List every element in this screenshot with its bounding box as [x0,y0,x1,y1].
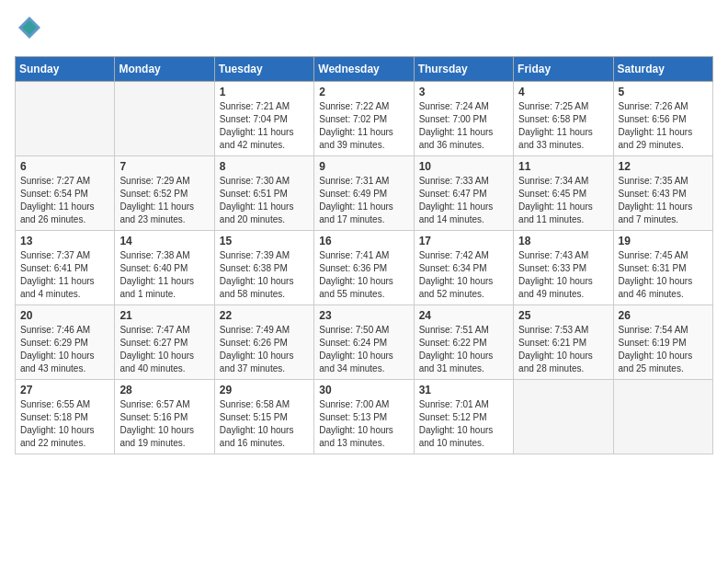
cell-date-number: 18 [518,235,608,247]
cell-info-text: Sunrise: 7:39 AMSunset: 6:38 PMDaylight:… [220,249,309,301]
cell-info-text: Sunrise: 7:41 AMSunset: 6:36 PMDaylight:… [319,249,408,301]
calendar-cell: 1Sunrise: 7:21 AMSunset: 7:04 PMDaylight… [214,82,313,156]
cell-date-number: 25 [518,309,608,322]
calendar-cell: 25Sunrise: 7:53 AMSunset: 6:21 PMDayligh… [514,305,613,380]
cell-info-text: Sunrise: 7:47 AMSunset: 6:27 PMDaylight:… [119,324,209,375]
calendar-cell: 27Sunrise: 6:55 AMSunset: 5:18 PMDayligh… [16,380,115,454]
cell-date-number: 12 [619,160,708,173]
cell-date-number: 7 [119,160,209,173]
calendar-week-row: 13Sunrise: 7:37 AMSunset: 6:41 PMDayligh… [16,231,713,305]
cell-info-text: Sunrise: 7:27 AMSunset: 6:54 PMDaylight:… [20,175,109,226]
cell-info-text: Sunrise: 6:57 AMSunset: 5:16 PMDaylight:… [119,398,209,450]
cell-date-number: 24 [419,309,508,322]
cell-info-text: Sunrise: 7:00 AMSunset: 5:13 PMDaylight:… [319,398,408,450]
day-header-sunday: Sunday [16,57,115,82]
calendar-cell: 24Sunrise: 7:51 AMSunset: 6:22 PMDayligh… [414,305,513,380]
cell-info-text: Sunrise: 7:37 AMSunset: 6:41 PMDaylight:… [20,249,109,301]
cell-info-text: Sunrise: 7:43 AMSunset: 6:33 PMDaylight:… [518,249,608,301]
cell-info-text: Sunrise: 7:25 AMSunset: 6:58 PMDaylight:… [518,100,608,152]
calendar-header-row: SundayMondayTuesdayWednesdayThursdayFrid… [16,57,713,82]
calendar-cell: 17Sunrise: 7:42 AMSunset: 6:34 PMDayligh… [414,231,513,305]
page-header [15,15,713,45]
cell-date-number: 29 [220,384,309,396]
cell-info-text: Sunrise: 7:50 AMSunset: 6:24 PMDaylight:… [319,324,408,375]
cell-date-number: 10 [419,160,508,173]
calendar-cell: 28Sunrise: 6:57 AMSunset: 5:16 PMDayligh… [115,380,214,454]
day-header-saturday: Saturday [613,57,712,82]
cell-date-number: 15 [220,235,309,247]
calendar-cell: 9Sunrise: 7:31 AMSunset: 6:49 PMDaylight… [314,156,414,231]
cell-info-text: Sunrise: 7:33 AMSunset: 6:47 PMDaylight:… [419,175,508,226]
cell-info-text: Sunrise: 7:26 AMSunset: 6:56 PMDaylight:… [619,100,708,152]
cell-info-text: Sunrise: 7:01 AMSunset: 5:12 PMDaylight:… [419,398,508,450]
calendar-table: SundayMondayTuesdayWednesdayThursdayFrid… [15,56,713,454]
cell-date-number: 1 [220,86,309,98]
calendar-week-row: 20Sunrise: 7:46 AMSunset: 6:29 PMDayligh… [16,305,713,380]
calendar-cell: 14Sunrise: 7:38 AMSunset: 6:40 PMDayligh… [115,231,214,305]
calendar-cell: 29Sunrise: 6:58 AMSunset: 5:15 PMDayligh… [214,380,313,454]
cell-date-number: 5 [619,86,708,98]
cell-date-number: 2 [319,86,408,98]
day-header-thursday: Thursday [414,57,513,82]
calendar-cell: 18Sunrise: 7:43 AMSunset: 6:33 PMDayligh… [514,231,613,305]
cell-date-number: 27 [20,384,109,396]
cell-date-number: 21 [119,309,209,322]
calendar-cell: 15Sunrise: 7:39 AMSunset: 6:38 PMDayligh… [214,231,313,305]
cell-date-number: 11 [518,160,608,173]
cell-info-text: Sunrise: 7:30 AMSunset: 6:51 PMDaylight:… [220,175,309,226]
cell-date-number: 28 [119,384,209,396]
calendar-cell: 11Sunrise: 7:34 AMSunset: 6:45 PMDayligh… [514,156,613,231]
calendar-cell: 8Sunrise: 7:30 AMSunset: 6:51 PMDaylight… [214,156,313,231]
cell-date-number: 17 [419,235,508,247]
calendar-cell: 4Sunrise: 7:25 AMSunset: 6:58 PMDaylight… [514,82,613,156]
day-header-tuesday: Tuesday [214,57,313,82]
cell-info-text: Sunrise: 7:42 AMSunset: 6:34 PMDaylight:… [419,249,508,301]
calendar-cell: 5Sunrise: 7:26 AMSunset: 6:56 PMDaylight… [613,82,712,156]
cell-date-number: 16 [319,235,408,247]
calendar-cell: 12Sunrise: 7:35 AMSunset: 6:43 PMDayligh… [613,156,712,231]
cell-date-number: 3 [419,86,508,98]
cell-info-text: Sunrise: 7:46 AMSunset: 6:29 PMDaylight:… [20,324,109,375]
cell-info-text: Sunrise: 6:55 AMSunset: 5:18 PMDaylight:… [20,398,109,450]
calendar-cell: 3Sunrise: 7:24 AMSunset: 7:00 PMDaylight… [414,82,513,156]
day-header-wednesday: Wednesday [314,57,414,82]
calendar-cell: 31Sunrise: 7:01 AMSunset: 5:12 PMDayligh… [414,380,513,454]
cell-info-text: Sunrise: 7:22 AMSunset: 7:02 PMDaylight:… [319,100,408,152]
calendar-cell: 6Sunrise: 7:27 AMSunset: 6:54 PMDaylight… [16,156,115,231]
calendar-cell: 21Sunrise: 7:47 AMSunset: 6:27 PMDayligh… [115,305,214,380]
calendar-cell: 23Sunrise: 7:50 AMSunset: 6:24 PMDayligh… [314,305,414,380]
cell-info-text: Sunrise: 7:31 AMSunset: 6:49 PMDaylight:… [319,175,408,226]
cell-info-text: Sunrise: 7:54 AMSunset: 6:19 PMDaylight:… [619,324,708,375]
cell-date-number: 31 [419,384,508,396]
calendar-cell: 30Sunrise: 7:00 AMSunset: 5:13 PMDayligh… [314,380,414,454]
cell-date-number: 19 [619,235,708,247]
cell-info-text: Sunrise: 7:24 AMSunset: 7:00 PMDaylight:… [419,100,508,152]
calendar-cell: 7Sunrise: 7:29 AMSunset: 6:52 PMDaylight… [115,156,214,231]
cell-date-number: 9 [319,160,408,173]
day-header-monday: Monday [115,57,214,82]
cell-info-text: Sunrise: 7:49 AMSunset: 6:26 PMDaylight:… [220,324,309,375]
calendar-week-row: 6Sunrise: 7:27 AMSunset: 6:54 PMDaylight… [16,156,713,231]
calendar-cell: 19Sunrise: 7:45 AMSunset: 6:31 PMDayligh… [613,231,712,305]
calendar-cell [514,380,613,454]
cell-date-number: 13 [20,235,109,247]
day-header-friday: Friday [514,57,613,82]
calendar-cell [16,82,115,156]
calendar-cell [115,82,214,156]
calendar-week-row: 1Sunrise: 7:21 AMSunset: 7:04 PMDaylight… [16,82,713,156]
cell-info-text: Sunrise: 7:35 AMSunset: 6:43 PMDaylight:… [619,175,708,226]
cell-date-number: 4 [518,86,608,98]
cell-info-text: Sunrise: 7:51 AMSunset: 6:22 PMDaylight:… [419,324,508,375]
calendar-week-row: 27Sunrise: 6:55 AMSunset: 5:18 PMDayligh… [16,380,713,454]
logo [15,15,42,45]
cell-date-number: 6 [20,160,109,173]
calendar-cell [613,380,712,454]
cell-date-number: 8 [220,160,309,173]
cell-date-number: 14 [119,235,209,247]
cell-info-text: Sunrise: 7:53 AMSunset: 6:21 PMDaylight:… [518,324,608,375]
calendar-cell: 26Sunrise: 7:54 AMSunset: 6:19 PMDayligh… [613,305,712,380]
cell-info-text: Sunrise: 7:34 AMSunset: 6:45 PMDaylight:… [518,175,608,226]
cell-date-number: 23 [319,309,408,322]
cell-info-text: Sunrise: 7:45 AMSunset: 6:31 PMDaylight:… [619,249,708,301]
logo-icon [17,15,42,40]
